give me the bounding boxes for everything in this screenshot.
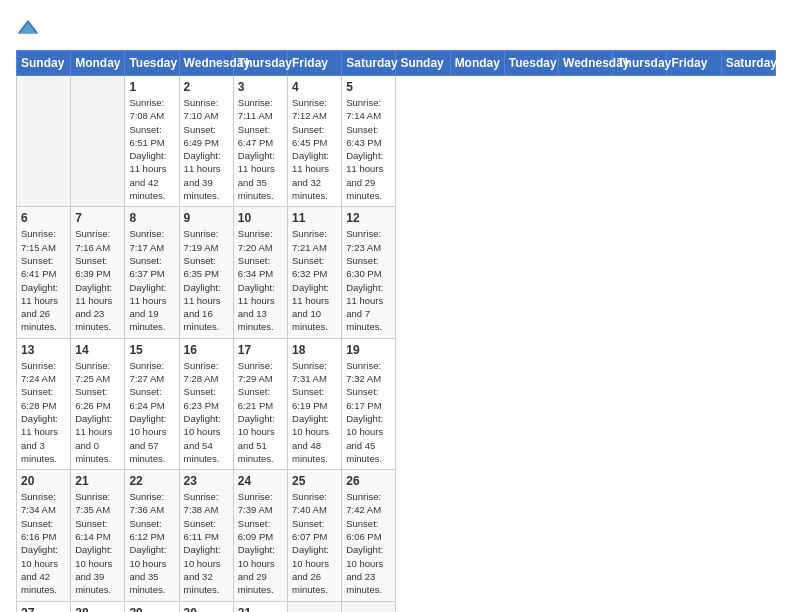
calendar-week-5: 27Sunrise: 6:43 AMSunset: 5:04 PMDayligh… [17,601,776,612]
calendar-cell: 28Sunrise: 6:45 AMSunset: 5:02 PMDayligh… [71,601,125,612]
col-header-sunday: Sunday [396,51,450,76]
calendar-cell: 30Sunrise: 6:48 AMSunset: 4:59 PMDayligh… [179,601,233,612]
calendar-week-4: 20Sunrise: 7:34 AMSunset: 6:16 PMDayligh… [17,470,776,601]
day-info: Sunrise: 7:15 AMSunset: 6:41 PMDaylight:… [21,227,66,333]
day-number: 29 [129,606,174,613]
col-header-friday: Friday [288,51,342,76]
calendar-cell: 7Sunrise: 7:16 AMSunset: 6:39 PMDaylight… [71,207,125,338]
day-info: Sunrise: 7:21 AMSunset: 6:32 PMDaylight:… [292,227,337,333]
calendar-cell: 8Sunrise: 7:17 AMSunset: 6:37 PMDaylight… [125,207,179,338]
day-number: 6 [21,211,66,225]
day-info: Sunrise: 7:20 AMSunset: 6:34 PMDaylight:… [238,227,283,333]
day-number: 8 [129,211,174,225]
col-header-tuesday: Tuesday [125,51,179,76]
col-header-thursday: Thursday [233,51,287,76]
calendar-week-2: 6Sunrise: 7:15 AMSunset: 6:41 PMDaylight… [17,207,776,338]
day-info: Sunrise: 7:08 AMSunset: 6:51 PMDaylight:… [129,96,174,202]
day-number: 15 [129,343,174,357]
calendar-cell: 11Sunrise: 7:21 AMSunset: 6:32 PMDayligh… [288,207,342,338]
day-info: Sunrise: 7:25 AMSunset: 6:26 PMDaylight:… [75,359,120,465]
calendar-cell: 13Sunrise: 7:24 AMSunset: 6:28 PMDayligh… [17,338,71,469]
calendar-cell [71,76,125,207]
day-number: 23 [184,474,229,488]
calendar-cell: 10Sunrise: 7:20 AMSunset: 6:34 PMDayligh… [233,207,287,338]
day-number: 13 [21,343,66,357]
col-header-sunday: Sunday [17,51,71,76]
day-number: 22 [129,474,174,488]
day-number: 21 [75,474,120,488]
calendar-cell: 3Sunrise: 7:11 AMSunset: 6:47 PMDaylight… [233,76,287,207]
day-info: Sunrise: 7:32 AMSunset: 6:17 PMDaylight:… [346,359,391,465]
logo-icon [16,16,40,40]
col-header-monday: Monday [450,51,504,76]
day-number: 4 [292,80,337,94]
day-number: 1 [129,80,174,94]
day-info: Sunrise: 7:23 AMSunset: 6:30 PMDaylight:… [346,227,391,333]
page-header [16,16,776,40]
calendar-cell [17,76,71,207]
day-info: Sunrise: 7:39 AMSunset: 6:09 PMDaylight:… [238,490,283,596]
day-number: 20 [21,474,66,488]
day-number: 16 [184,343,229,357]
day-number: 14 [75,343,120,357]
day-info: Sunrise: 7:12 AMSunset: 6:45 PMDaylight:… [292,96,337,202]
calendar-cell [342,601,396,612]
calendar-week-3: 13Sunrise: 7:24 AMSunset: 6:28 PMDayligh… [17,338,776,469]
calendar-header-row: SundayMondayTuesdayWednesdayThursdayFrid… [17,51,776,76]
calendar-cell: 6Sunrise: 7:15 AMSunset: 6:41 PMDaylight… [17,207,71,338]
calendar-cell: 19Sunrise: 7:32 AMSunset: 6:17 PMDayligh… [342,338,396,469]
day-number: 9 [184,211,229,225]
day-info: Sunrise: 7:38 AMSunset: 6:11 PMDaylight:… [184,490,229,596]
calendar-cell: 18Sunrise: 7:31 AMSunset: 6:19 PMDayligh… [288,338,342,469]
calendar-cell: 31Sunrise: 6:49 AMSunset: 4:58 PMDayligh… [233,601,287,612]
calendar-week-1: 1Sunrise: 7:08 AMSunset: 6:51 PMDaylight… [17,76,776,207]
day-info: Sunrise: 7:40 AMSunset: 6:07 PMDaylight:… [292,490,337,596]
calendar-cell: 29Sunrise: 6:46 AMSunset: 5:01 PMDayligh… [125,601,179,612]
day-number: 31 [238,606,283,613]
day-number: 30 [184,606,229,613]
day-number: 11 [292,211,337,225]
col-header-wednesday: Wednesday [179,51,233,76]
calendar-cell: 20Sunrise: 7:34 AMSunset: 6:16 PMDayligh… [17,470,71,601]
day-info: Sunrise: 7:11 AMSunset: 6:47 PMDaylight:… [238,96,283,202]
day-number: 2 [184,80,229,94]
day-info: Sunrise: 7:31 AMSunset: 6:19 PMDaylight:… [292,359,337,465]
calendar-cell: 14Sunrise: 7:25 AMSunset: 6:26 PMDayligh… [71,338,125,469]
day-info: Sunrise: 7:34 AMSunset: 6:16 PMDaylight:… [21,490,66,596]
day-info: Sunrise: 7:10 AMSunset: 6:49 PMDaylight:… [184,96,229,202]
day-info: Sunrise: 7:24 AMSunset: 6:28 PMDaylight:… [21,359,66,465]
calendar-cell: 24Sunrise: 7:39 AMSunset: 6:09 PMDayligh… [233,470,287,601]
col-header-monday: Monday [71,51,125,76]
calendar-cell: 4Sunrise: 7:12 AMSunset: 6:45 PMDaylight… [288,76,342,207]
day-info: Sunrise: 7:16 AMSunset: 6:39 PMDaylight:… [75,227,120,333]
calendar-cell: 25Sunrise: 7:40 AMSunset: 6:07 PMDayligh… [288,470,342,601]
calendar-cell: 5Sunrise: 7:14 AMSunset: 6:43 PMDaylight… [342,76,396,207]
calendar-cell: 17Sunrise: 7:29 AMSunset: 6:21 PMDayligh… [233,338,287,469]
day-number: 26 [346,474,391,488]
day-info: Sunrise: 7:35 AMSunset: 6:14 PMDaylight:… [75,490,120,596]
calendar-cell: 1Sunrise: 7:08 AMSunset: 6:51 PMDaylight… [125,76,179,207]
calendar-cell: 9Sunrise: 7:19 AMSunset: 6:35 PMDaylight… [179,207,233,338]
col-header-thursday: Thursday [613,51,667,76]
calendar-cell [288,601,342,612]
calendar-table: SundayMondayTuesdayWednesdayThursdayFrid… [16,50,776,612]
calendar-cell: 27Sunrise: 6:43 AMSunset: 5:04 PMDayligh… [17,601,71,612]
day-info: Sunrise: 7:27 AMSunset: 6:24 PMDaylight:… [129,359,174,465]
calendar-cell: 26Sunrise: 7:42 AMSunset: 6:06 PMDayligh… [342,470,396,601]
day-info: Sunrise: 7:19 AMSunset: 6:35 PMDaylight:… [184,227,229,333]
day-number: 19 [346,343,391,357]
day-number: 25 [292,474,337,488]
day-number: 5 [346,80,391,94]
col-header-wednesday: Wednesday [559,51,613,76]
day-number: 12 [346,211,391,225]
calendar-cell: 22Sunrise: 7:36 AMSunset: 6:12 PMDayligh… [125,470,179,601]
col-header-saturday: Saturday [721,51,775,76]
calendar-cell: 23Sunrise: 7:38 AMSunset: 6:11 PMDayligh… [179,470,233,601]
col-header-saturday: Saturday [342,51,396,76]
day-number: 7 [75,211,120,225]
day-info: Sunrise: 7:28 AMSunset: 6:23 PMDaylight:… [184,359,229,465]
calendar-cell: 2Sunrise: 7:10 AMSunset: 6:49 PMDaylight… [179,76,233,207]
day-number: 27 [21,606,66,613]
day-number: 17 [238,343,283,357]
calendar-cell: 12Sunrise: 7:23 AMSunset: 6:30 PMDayligh… [342,207,396,338]
